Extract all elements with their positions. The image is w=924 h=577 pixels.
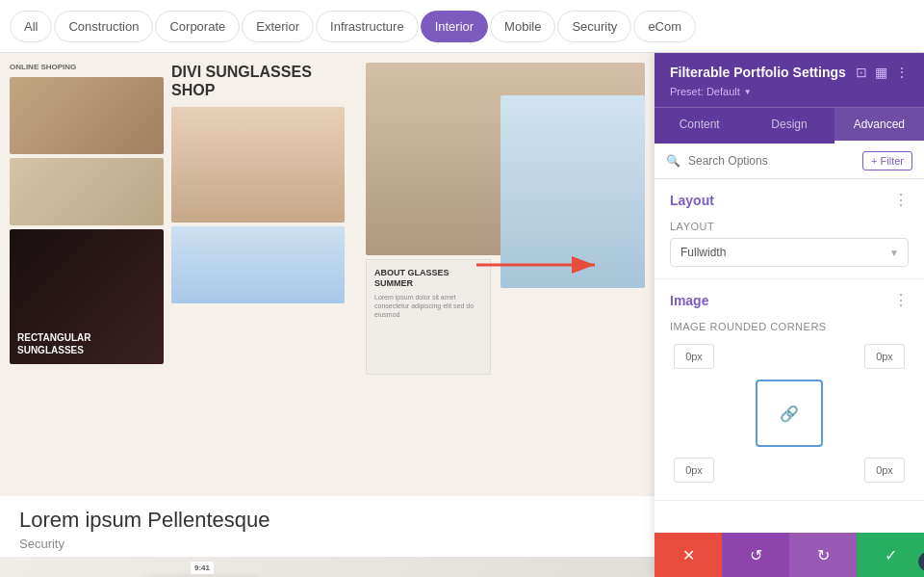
preset-label: Preset: Default xyxy=(670,86,740,97)
settings-panel: Filterable Portfolio Settings ⊡ ▦ ⋮ Pres… xyxy=(654,53,924,577)
about-box: ABOUT GLASSES SUMMER Lorem ipsum dolor s… xyxy=(366,259,491,375)
portfolio-item-title: Lorem ipsum Pellentesque xyxy=(19,508,635,533)
portfolio-content: ONLINE SHOPING RECTANGULARSUNGLASSES DIV… xyxy=(0,53,654,577)
image-section-header: Image ⋮ xyxy=(654,279,924,317)
main-area: ONLINE SHOPING RECTANGULARSUNGLASSES DIV… xyxy=(0,53,924,577)
confirm-button[interactable]: ✓ xyxy=(857,533,924,577)
online-label: ONLINE SHOPING xyxy=(10,63,164,71)
layout-section-title: Layout xyxy=(670,193,714,208)
image-section-content: Image Rounded Corners 🔗 xyxy=(654,317,924,500)
tab-security[interactable]: Security xyxy=(557,11,631,42)
rounded-corners-label: Image Rounded Corners xyxy=(670,321,909,332)
search-icon: 🔍 xyxy=(666,154,680,168)
tab-mobile[interactable]: Mobile xyxy=(490,11,555,42)
undo-button[interactable]: ↺ xyxy=(722,533,789,577)
sg-right-column: ABOUT GLASSES SUMMER Lorem ipsum dolor s… xyxy=(366,63,645,486)
settings-header-icons: ⊡ ▦ ⋮ xyxy=(856,65,909,80)
tab-ecom[interactable]: eCom xyxy=(633,11,696,42)
tab-corporate[interactable]: Corporate xyxy=(155,11,240,42)
tab-advanced[interactable]: Advanced xyxy=(834,108,924,144)
person-image xyxy=(500,95,645,288)
shop-title: DIVI SUNGLASSES SHOP xyxy=(171,63,345,99)
time-display: 9:41 xyxy=(191,562,214,574)
portfolio-text-area: Lorem ipsum Pellentesque Security xyxy=(0,496,654,557)
model-image-1 xyxy=(171,107,345,223)
tab-all[interactable]: All xyxy=(10,11,52,42)
sg-left-column: ONLINE SHOPING RECTANGULARSUNGLASSES xyxy=(10,63,164,486)
sg-center-column: DIVI SUNGLASSES SHOP xyxy=(171,63,345,486)
model-image-2 xyxy=(171,226,345,303)
settings-fullscreen-icon[interactable]: ⊡ xyxy=(856,65,867,80)
image-section-menu-icon[interactable]: ⋮ xyxy=(893,291,909,309)
settings-tabs: Content Design Advanced xyxy=(654,107,924,144)
search-input[interactable] xyxy=(688,154,855,168)
settings-body: Layout ⋮ Layout Fullwidth Grid Masonry ▼ xyxy=(654,179,924,533)
layout-field-label: Layout xyxy=(670,221,909,232)
portfolio-item-2-preview: 9:41 HOME BUYING Spend m... Y... ••• xyxy=(0,557,654,577)
rounded-corners-grid: 🔗 xyxy=(670,338,909,488)
preset-chevron-icon: ▼ xyxy=(744,88,752,96)
settings-actions: ✕ ↺ ↻ ✓ ⊙ xyxy=(654,533,924,577)
layout-section-header: Layout ⋮ xyxy=(654,179,924,217)
layout-select[interactable]: Fullwidth Grid Masonry xyxy=(670,238,909,267)
layout-section-content: Layout Fullwidth Grid Masonry ▼ xyxy=(654,217,924,278)
filter-button[interactable]: + Filter xyxy=(862,151,912,170)
dark-glasses-image: RECTANGULARSUNGLASSES xyxy=(10,229,164,364)
tab-content[interactable]: Content xyxy=(654,108,744,144)
second-item-inner: 9:41 HOME BUYING Spend m... Y... ••• xyxy=(0,557,654,577)
about-title: ABOUT GLASSES SUMMER xyxy=(374,268,482,289)
tab-infrastructure[interactable]: Infrastructure xyxy=(316,11,419,42)
tab-construction[interactable]: Construction xyxy=(54,11,153,42)
layout-section-menu-icon[interactable]: ⋮ xyxy=(893,191,909,209)
about-text: Lorem ipsum dolor sit amet consectetur a… xyxy=(374,293,482,319)
portfolio-item-category: Security xyxy=(19,537,635,551)
settings-header: Filterable Portfolio Settings ⊡ ▦ ⋮ Pres… xyxy=(654,53,924,107)
corner-bottom-left-input[interactable] xyxy=(674,458,714,483)
settings-more-icon[interactable]: ⋮ xyxy=(895,65,909,80)
image-section-title: Image xyxy=(670,293,708,308)
layout-section: Layout ⋮ Layout Fullwidth Grid Masonry ▼ xyxy=(654,179,924,279)
settings-title-row: Filterable Portfolio Settings ⊡ ▦ ⋮ xyxy=(670,65,909,80)
glasses-image-1 xyxy=(10,77,164,154)
corner-top-left-input[interactable] xyxy=(674,344,714,369)
rectangular-label: RECTANGULARSUNGLASSES xyxy=(17,331,90,356)
corner-bottom-right-input[interactable] xyxy=(864,458,905,483)
link-corners-icon[interactable]: 🔗 xyxy=(780,405,799,423)
tab-design[interactable]: Design xyxy=(744,108,834,144)
corner-top-right-input[interactable] xyxy=(864,344,905,369)
tab-exterior[interactable]: Exterior xyxy=(242,11,314,42)
filter-tabs-bar: All Construction Corporate Exterior Infr… xyxy=(0,0,924,53)
settings-search-bar: 🔍 + Filter xyxy=(654,144,924,179)
redo-button[interactable]: ↻ xyxy=(789,533,857,577)
tab-interior[interactable]: Interior xyxy=(421,11,488,42)
settings-title: Filterable Portfolio Settings xyxy=(670,65,846,80)
glasses-image-2 xyxy=(10,158,164,225)
cancel-button[interactable]: ✕ xyxy=(654,533,722,577)
settings-layout-icon[interactable]: ▦ xyxy=(875,65,887,80)
corner-preview-box: 🔗 xyxy=(756,380,823,447)
layout-select-wrapper: Fullwidth Grid Masonry ▼ xyxy=(670,238,909,267)
settings-preset[interactable]: Preset: Default ▼ xyxy=(670,86,909,97)
portfolio-item-1: ONLINE SHOPING RECTANGULARSUNGLASSES DIV… xyxy=(0,53,654,496)
image-section: Image ⋮ Image Rounded Corners 🔗 xyxy=(654,279,924,501)
